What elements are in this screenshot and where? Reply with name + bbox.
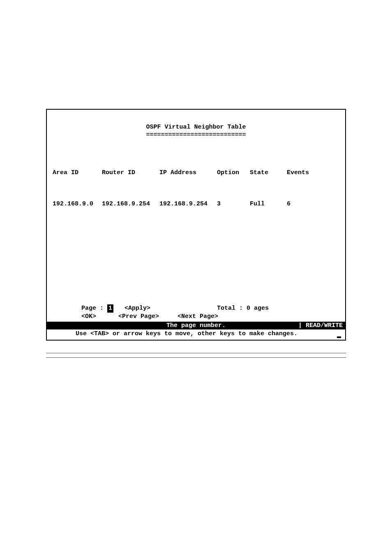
total-label: Total : 0 ages	[217, 305, 269, 312]
divider-group	[46, 353, 346, 358]
neighbor-table: Area ID Router ID IP Address Option Stat…	[53, 147, 339, 230]
col-router-header: Router ID	[102, 168, 159, 178]
page-label: Page :	[81, 305, 107, 312]
cell-option: 3	[217, 199, 250, 210]
col-state-header: State	[250, 168, 287, 178]
table-row: 192.168.9.0 192.168.9.254 192.168.9.254 …	[53, 199, 339, 210]
title-underline: ===========================	[53, 131, 339, 139]
col-area-header: Area ID	[53, 168, 102, 178]
next-page-button[interactable]: <Next Page>	[178, 313, 218, 320]
status-mode: | READ/WRITE	[298, 322, 343, 329]
col-events-header: Events	[287, 168, 320, 178]
cell-area: 192.168.9.0	[53, 199, 102, 210]
cell-state: Full	[250, 199, 287, 210]
table-header-row: Area ID Router ID IP Address Option Stat…	[53, 168, 339, 178]
ok-button[interactable]: <OK>	[81, 313, 96, 320]
apply-button[interactable]: <Apply>	[125, 305, 150, 312]
status-bar: The page number. | READ/WRITE	[47, 322, 345, 329]
divider	[46, 357, 346, 358]
prev-page-button[interactable]: <Prev Page>	[118, 313, 159, 320]
cell-ip: 192.168.9.254	[159, 199, 217, 210]
page-title: OSPF Virtual Neighbor Table	[53, 124, 339, 131]
cursor-icon	[337, 336, 341, 338]
cell-router: 192.168.9.254	[102, 199, 159, 210]
col-option-header: Option	[217, 168, 250, 178]
divider	[46, 353, 346, 353]
cell-events: 6	[287, 199, 320, 210]
page-input[interactable]: 1	[107, 304, 113, 313]
terminal-window: OSPF Virtual Neighbor Table ============…	[46, 109, 346, 341]
help-text: Use <TAB> or arrow keys to move, other k…	[76, 330, 297, 337]
col-ip-header: IP Address	[159, 168, 217, 178]
